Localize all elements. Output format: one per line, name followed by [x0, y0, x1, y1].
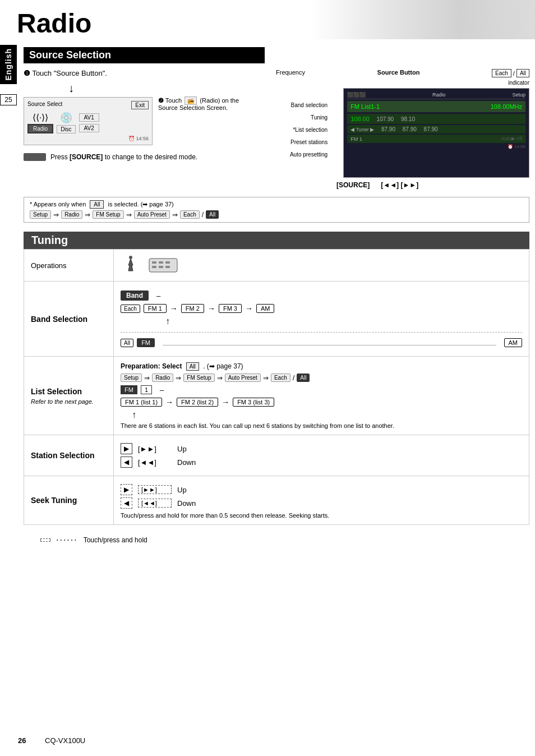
source-btn-label: [SOURCE] — [336, 181, 370, 189]
list-all-badge: All — [186, 362, 199, 371]
stereo-source-row: FM 1 Auto▶ All — [347, 135, 525, 143]
arrow3: → — [245, 304, 253, 313]
stereo-main-display: FM List1-1 108.00MHz — [347, 101, 525, 112]
svg-rect-7 — [165, 266, 170, 268]
fm-list-flow: FM 1 (list 1) → FM 2 (list 2) → FM 3 (li… — [121, 398, 522, 407]
list-selection-row: List Selection Refer to the next page. P… — [24, 357, 529, 435]
list-each-btn[interactable]: Each — [271, 374, 290, 382]
band-selection-label: Band Selection — [31, 315, 87, 324]
source-bar-icon — [24, 153, 46, 161]
flow-arrow4: ⇒ — [172, 211, 178, 219]
auto-presetting-label: Auto presetting — [276, 149, 328, 161]
flow-arrow2: ⇒ — [85, 211, 90, 219]
down-label: Down — [177, 458, 196, 467]
right-arrow-btn[interactable]: ▶ — [121, 443, 132, 454]
radio-icon-label: 📻 — [185, 96, 197, 105]
page-wrapper: English 25 Radio Source Selection ❶ Touc… — [0, 0, 535, 551]
list-radio-btn[interactable]: Radio — [152, 374, 173, 382]
appears-note: * Appears only when All is selected. (➡ … — [24, 197, 529, 223]
auto-preset-flow-btn[interactable]: Auto Preset — [134, 210, 170, 219]
press-source-note: Press [SOURCE] to change to the desired … — [24, 153, 265, 161]
list-auto-preset-btn[interactable]: Auto Preset — [225, 374, 261, 382]
list-arrow1: → — [165, 398, 173, 407]
tuning-lbl: Tuning — [276, 112, 328, 124]
av2-button[interactable]: AV2 — [79, 124, 99, 132]
step2-text: ❷ Touch 📻 (Radio) on the Source Selectio… — [158, 97, 242, 111]
stereo-tuner-row: ◀ Tuner ▶ 87.90 87.90 87.90 — [347, 125, 525, 133]
seek-tuning-row: Seek Tuning ▶ [►►] Up ◀ [◄◄] — [24, 476, 529, 525]
footer-text: Touch/press and hold — [84, 536, 147, 544]
seek-tuning-label: Seek Tuning — [31, 496, 77, 505]
svg-rect-6 — [159, 266, 163, 268]
fm1-list-tag: FM 1 (list 1) — [121, 398, 162, 407]
arrow1: → — [170, 304, 178, 313]
source-button-label: Source Button — [377, 69, 420, 76]
exit-button[interactable]: Exit — [131, 101, 149, 109]
left-arrow-btn[interactable]: ◀ — [121, 457, 132, 468]
list-dash: – — [160, 386, 164, 394]
station-down-row: ◀ [◄◄] Down — [121, 457, 522, 468]
seek-right-btn[interactable]: ▶ — [121, 484, 132, 495]
main-content: Source Selection ❶ Touch "Source Button"… — [18, 42, 535, 551]
dbl-right-label: [►►] — [138, 445, 172, 453]
stereo-top-bar: ⬛⬛⬛ Radio Setup — [347, 92, 525, 99]
skip-label: [◄◄] [►►] — [381, 181, 418, 189]
list-setup-btn[interactable]: Setup — [121, 374, 142, 382]
list-arrow2: → — [222, 398, 229, 407]
step-arrow: ↓ — [68, 82, 265, 95]
svg-rect-3 — [159, 261, 163, 264]
flow-arrow3: ⇒ — [126, 211, 132, 219]
source-select-mockup: Source Select Exit ⟨⟨·⟩⟩ Radio 💿 — [24, 97, 181, 145]
am-tag: AM — [256, 304, 275, 313]
each-tag: Each — [121, 305, 140, 313]
dbl-left-label: [◄◄] — [138, 458, 172, 467]
band-selection-row: Band Selection Band – Each FM 1 → FM 2 — [24, 282, 529, 357]
stereo-setup-tab: Setup — [512, 92, 525, 98]
station-selection-label: Station Selection — [31, 451, 95, 460]
disc-button[interactable]: Disc — [57, 125, 75, 133]
am-all-tag: AM — [504, 338, 523, 347]
slash-indicator: / — [513, 70, 515, 77]
seek-note: Touch/press and hold for more than 0.5 s… — [121, 512, 522, 519]
av1-button[interactable]: AV1 — [79, 113, 99, 122]
all-indicator: All — [516, 69, 529, 77]
svg-rect-2 — [152, 261, 156, 264]
list-flow: Setup ⇒ Radio ⇒ FM Setup ⇒ Auto Preset ⇒… — [121, 374, 522, 382]
stereo-left-info: ⬛⬛⬛ — [347, 92, 366, 98]
radio-flow-btn[interactable]: Radio — [61, 210, 82, 219]
list-fm-setup-btn[interactable]: FM Setup — [183, 374, 214, 382]
band-sel-label: Band selection — [276, 99, 328, 112]
page-footer: ······ Touch/press and hold — [24, 529, 529, 551]
stereo-diagram: Band selection Tuning *List selection Pr… — [276, 88, 529, 178]
station-up-row: ▶ [►►] Up — [121, 443, 522, 454]
fm2-tag: FM 2 — [181, 304, 204, 313]
list-note: There are 6 stations in each list. You c… — [121, 422, 522, 429]
source-step1: ❶ Touch "Source Button". — [24, 69, 265, 77]
fm-setup-flow-btn[interactable]: FM Setup — [93, 210, 123, 219]
list-all-btn2[interactable]: All — [297, 374, 310, 382]
band-btn[interactable]: Band — [121, 291, 149, 301]
source-selection-section: Source Selection ❶ Touch "Source Button"… — [24, 42, 529, 223]
list-prep-line: Preparation: Select All . (➡ page 37) — [121, 362, 522, 370]
each-flow-btn[interactable]: Each — [180, 210, 200, 219]
station-selection-content: ▶ [►►] Up ◀ [◄◄] Down — [114, 435, 529, 476]
page-title: Radio — [17, 10, 91, 37]
operations-label-cell: Operations — [24, 250, 114, 282]
svg-point-0 — [129, 256, 132, 259]
operations-content — [114, 250, 529, 282]
seek-left-btn[interactable]: ◀ — [121, 497, 132, 509]
diagram-side-labels: Band selection Tuning *List selection Pr… — [276, 88, 328, 178]
fm-all-tag: FM — [137, 338, 155, 347]
fm2-list-tag: FM 2 (list 2) — [177, 398, 218, 407]
setup-flow-btn[interactable]: Setup — [30, 210, 51, 219]
list-selection-content: Preparation: Select All . (➡ page 37) Se… — [114, 357, 529, 435]
radio-button[interactable]: Radio — [27, 124, 53, 133]
remote-icon — [149, 258, 178, 273]
all-flow-btn[interactable]: All — [206, 210, 219, 219]
list-sel-label: *List selection — [276, 124, 328, 136]
preset-stations-label: Preset stations — [276, 136, 328, 149]
ops-icons-row — [121, 255, 522, 275]
frequency-label: Frequency — [276, 69, 305, 76]
seek-dbl-right-label: [►►] — [138, 485, 172, 494]
each-indicator: Each — [492, 69, 511, 77]
